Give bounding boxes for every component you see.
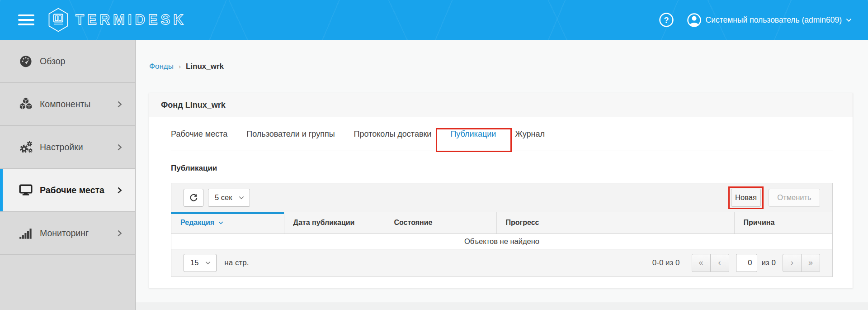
sidebar-item-label: Обзор xyxy=(40,56,123,67)
table-empty-row: Объектов не найдено xyxy=(171,234,832,249)
termidesk-hexagon-icon xyxy=(48,7,69,33)
tab-users-groups[interactable]: Пользователи и группы xyxy=(237,117,344,151)
svg-text:?: ? xyxy=(664,16,669,25)
fund-tabs: Рабочие места Пользователи и группы Прот… xyxy=(171,117,833,151)
last-page-button[interactable]: » xyxy=(801,254,820,272)
page-of-label: из 0 xyxy=(762,258,776,267)
user-menu[interactable]: Системный пользователь (admin609) xyxy=(687,13,852,28)
panel-toolbar: 5 сек Новая Отменить xyxy=(171,183,832,212)
user-name-label: Системный пользователь (admin609) xyxy=(706,15,842,25)
hamburger-menu-icon[interactable] xyxy=(18,12,34,28)
section-title: Публикации xyxy=(171,164,833,173)
tab-label: Рабочие места xyxy=(171,129,227,139)
dashboard-gauge-icon xyxy=(18,54,33,68)
page-bottom-strip xyxy=(136,302,868,310)
chevron-down-icon xyxy=(205,261,211,265)
components-cubes-icon xyxy=(18,97,33,111)
cancel-button[interactable]: Отменить xyxy=(769,189,820,207)
sidebar-item-monitoring[interactable]: Мониторинг xyxy=(0,212,135,255)
sidebar-navigation: Обзор Компоненты xyxy=(0,40,136,310)
tab-publications[interactable]: Публикации xyxy=(441,117,505,151)
column-label: Причина xyxy=(744,219,775,226)
top-header: TERMIDESK ? Системный пользователь (admi… xyxy=(0,0,868,40)
chevron-right-icon xyxy=(116,100,123,108)
chevron-right-icon xyxy=(116,229,123,237)
breadcrumb-current: Linux_wrk xyxy=(186,62,224,71)
tab-label: Публикации xyxy=(450,129,496,139)
tab-delivery-protocols[interactable]: Протоколы доставки xyxy=(344,117,441,151)
sidebar-item-overview[interactable]: Обзор xyxy=(0,40,135,83)
publications-panel: 5 сек Новая Отменить xyxy=(171,183,833,277)
column-header-publish-date[interactable]: Дата публикации xyxy=(284,212,385,234)
first-page-button[interactable]: « xyxy=(692,254,711,272)
column-header-progress[interactable]: Прогресс xyxy=(496,212,734,234)
publications-table: Редакция Дата публикации Состояние Прогр… xyxy=(171,212,832,249)
main-content: Фонды › Linux_wrk Фонд Linux_wrk Рабочие… xyxy=(136,40,868,310)
chevron-down-icon xyxy=(846,18,852,22)
sidebar-item-components[interactable]: Компоненты xyxy=(0,83,135,126)
card-title: Фонд Linux_wrk xyxy=(161,100,226,110)
help-question-icon[interactable]: ? xyxy=(659,12,674,28)
user-avatar-icon xyxy=(687,13,702,28)
workplaces-monitor-icon xyxy=(18,183,33,197)
tab-label: Пользователи и группы xyxy=(246,129,335,139)
card-header: Фонд Linux_wrk xyxy=(149,93,853,117)
empty-state-text: Объектов не найдено xyxy=(171,234,832,249)
page-size-select[interactable]: 15 xyxy=(184,254,217,272)
breadcrumb-link-funds[interactable]: Фонды xyxy=(149,62,174,71)
fund-card: Фонд Linux_wrk Рабочие места Пользовател… xyxy=(149,93,853,288)
tab-journal[interactable]: Журнал xyxy=(505,117,554,151)
previous-page-button[interactable]: ‹ xyxy=(710,254,729,272)
monitoring-signal-icon xyxy=(18,226,33,240)
column-label: Состояние xyxy=(394,219,433,226)
chevron-down-icon xyxy=(239,196,244,200)
per-page-label: на стр. xyxy=(224,258,249,267)
sidebar-item-label: Настройки xyxy=(40,142,116,153)
tab-workplaces[interactable]: Рабочие места xyxy=(171,117,237,151)
pagination-bar: 15 на стр. 0-0 из 0 « ‹ xyxy=(171,249,832,277)
chevron-right-icon xyxy=(116,186,123,194)
tab-label: Протоколы доставки xyxy=(354,129,432,139)
refresh-interval-value: 5 сек xyxy=(215,193,232,202)
sidebar-item-workplaces[interactable]: Рабочие места xyxy=(0,169,135,212)
column-label: Дата публикации xyxy=(293,219,355,226)
new-publication-button[interactable]: Новая xyxy=(731,189,761,207)
column-header-revision[interactable]: Редакция xyxy=(171,212,284,234)
sort-descending-icon xyxy=(218,221,223,224)
termidesk-logo: TERMIDESK xyxy=(48,7,187,33)
breadcrumb: Фонды › Linux_wrk xyxy=(136,40,868,93)
breadcrumb-separator: › xyxy=(179,62,181,70)
sidebar-item-label: Мониторинг xyxy=(40,228,116,238)
column-label: Редакция xyxy=(180,219,214,226)
pagination-range-label: 0-0 из 0 xyxy=(652,258,680,267)
logo-wordmark: TERMIDESK xyxy=(75,12,187,28)
column-label: Прогресс xyxy=(506,219,539,226)
column-header-reason[interactable]: Причина xyxy=(734,212,832,234)
refresh-icon xyxy=(189,193,198,203)
sidebar-item-label: Рабочие места xyxy=(40,185,116,196)
column-header-state[interactable]: Состояние xyxy=(385,212,496,234)
chevron-right-icon xyxy=(116,143,123,151)
sidebar-item-label: Компоненты xyxy=(40,99,116,110)
current-page-input[interactable] xyxy=(736,254,757,272)
settings-gears-icon xyxy=(18,140,33,154)
tab-label: Журнал xyxy=(515,129,545,139)
refresh-button[interactable] xyxy=(184,189,203,207)
sidebar-item-settings[interactable]: Настройки xyxy=(0,126,135,169)
next-page-button[interactable]: › xyxy=(783,254,802,272)
page-size-value: 15 xyxy=(190,258,198,267)
refresh-interval-select[interactable]: 5 сек xyxy=(208,189,250,207)
